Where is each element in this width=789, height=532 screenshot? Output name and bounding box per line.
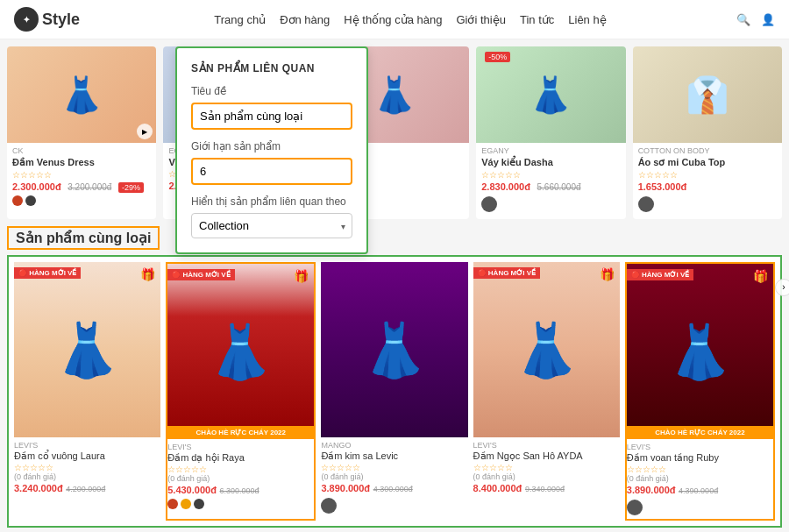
bottom-product-1-brand: LEVI'S bbox=[14, 441, 160, 450]
bottom-product-1-image: 👗 🔴 HÀNG MỚI VỀ 🎁 bbox=[14, 262, 160, 437]
bottom-product-5-original-price: 4.390.000đ bbox=[679, 486, 718, 495]
next-products-arrow[interactable]: › bbox=[775, 279, 789, 296]
bottom-product-1[interactable]: 👗 🔴 HÀNG MỚI VỀ 🎁 LEVI'S Đầm cổ vuông La… bbox=[14, 262, 160, 521]
top-product-5-stars: ☆☆☆☆☆ bbox=[638, 170, 777, 180]
related-products-popup: SẢN PHẨM LIÊN QUAN Tiêu đề Giới hạn sản … bbox=[175, 46, 368, 254]
top-product-5-name: Áo sơ mi Cuba Top bbox=[638, 157, 777, 168]
bottom-product-3-image: 👗 bbox=[321, 262, 467, 437]
bottom-product-5-sale-banner: CHÀO HÈ RỰC CHÁY 2022 bbox=[627, 426, 773, 439]
top-product-1-stars: ☆☆☆☆☆ bbox=[12, 170, 151, 180]
bottom-products-section: 👗 🔴 HÀNG MỚI VỀ 🎁 LEVI'S Đầm cổ vuông La… bbox=[7, 255, 782, 528]
bottom-product-2-colors bbox=[167, 499, 314, 509]
bottom-product-5-stars: ☆☆☆☆☆ bbox=[627, 465, 773, 474]
top-product-4-image: 👗 -50% bbox=[476, 46, 625, 143]
top-product-4-price: 2.830.000đ bbox=[481, 181, 530, 192]
bottom-product-4-figure: 👗 bbox=[473, 262, 620, 437]
bottom-product-1-price-row: 3.240.000đ 4.200.000đ bbox=[14, 481, 160, 494]
bottom-product-4[interactable]: 👗 🔴 HÀNG MỚI VỀ 🎁 LEVI'S Đầm Ngọc San Hô… bbox=[473, 262, 620, 521]
bottom-product-5-price: 3.890.000đ bbox=[627, 485, 676, 495]
main-content: 👗 ▶ CK Đầm Venus Dress ☆☆☆☆☆ 2.300.000đ … bbox=[0, 39, 789, 532]
search-icon[interactable]: 🔍 bbox=[736, 13, 750, 26]
top-product-4-discount-badge: -50% bbox=[485, 52, 510, 62]
popup-display-select[interactable]: Collection Category Tag bbox=[191, 213, 352, 238]
nav-home[interactable]: Trang chủ bbox=[214, 13, 266, 26]
bottom-product-3-price-row: 3.890.000đ 4.300.000đ bbox=[321, 481, 467, 494]
bottom-product-1-gift-icon: 🎁 bbox=[140, 267, 155, 281]
bottom-product-3-stars: ☆☆☆☆☆ bbox=[321, 463, 467, 472]
user-icon[interactable]: 👤 bbox=[761, 13, 775, 26]
bottom-product-5[interactable]: 👗 🔴 HÀNG MỚI VỀ 🎁 CHÀO HÈ RỰC CHÁY 2022 … bbox=[625, 262, 775, 521]
nav-contact[interactable]: Liên hệ bbox=[568, 13, 606, 26]
nav-orders[interactable]: Đơn hàng bbox=[280, 13, 330, 26]
bottom-product-2-price-row: 5.430.000đ 6.300.000đ bbox=[167, 483, 314, 496]
nav-news[interactable]: Tin tức bbox=[520, 13, 554, 26]
logo: ✦ Style bbox=[14, 7, 84, 32]
popup-title-label: Tiêu đề bbox=[191, 85, 352, 97]
top-product-5-image: 👔 bbox=[633, 46, 782, 143]
color-dot-orange-2 bbox=[181, 499, 191, 509]
bottom-product-3-lock-icon bbox=[321, 498, 337, 514]
bottom-product-5-lock-icon bbox=[627, 500, 643, 515]
top-product-1-brand: CK bbox=[12, 146, 151, 155]
bottom-product-3[interactable]: 👗 MANGO Đầm kim sa Levic ☆☆☆☆☆ (0 đánh g… bbox=[321, 262, 467, 521]
color-dot-red-2 bbox=[167, 499, 178, 509]
header: ✦ Style Trang chủ Đơn hàng Hệ thống cửa … bbox=[0, 0, 789, 39]
top-product-1-colors bbox=[12, 195, 151, 206]
bottom-product-1-figure: 👗 bbox=[14, 262, 160, 437]
bottom-product-1-stars: ☆☆☆☆☆ bbox=[14, 463, 160, 472]
bottom-product-2-original-price: 6.300.000đ bbox=[219, 486, 259, 495]
top-product-5-price-row: 1.653.000đ bbox=[638, 180, 777, 193]
top-product-5[interactable]: 👔 COTTON ON BODY Áo sơ mi Cuba Top ☆☆☆☆☆… bbox=[633, 46, 782, 219]
top-product-4-brand: EGANY bbox=[481, 146, 620, 155]
bottom-product-1-new-badge: 🔴 HÀNG MỚI VỀ bbox=[14, 267, 81, 279]
top-product-4[interactable]: 👗 -50% EGANY Váy kiểu Dasha ☆☆☆☆☆ 2.830.… bbox=[476, 46, 625, 219]
popup-limit-label: Giới hạn sản phẩm bbox=[191, 140, 352, 153]
top-product-1-discount: -29% bbox=[118, 182, 144, 193]
color-dot-red bbox=[12, 195, 23, 206]
bottom-product-5-gift-icon: 🎁 bbox=[753, 269, 768, 283]
top-product-1-figure: 👗 bbox=[7, 46, 156, 143]
bottom-product-3-original-price: 4.300.000đ bbox=[373, 485, 413, 493]
bottom-product-2-info: LEVI'S Đầm dạ hội Raya ☆☆☆☆☆ (0 đánh giá… bbox=[167, 439, 314, 509]
bottom-product-2-image: 👗 🔴 HÀNG MỚI VỀ 🎁 CHÀO HÈ RỰC CHÁY 2022 bbox=[167, 264, 314, 439]
bottom-product-4-price-row: 8.400.000đ 9.340.000đ bbox=[473, 481, 620, 494]
bottom-product-5-brand: LEVI'S bbox=[627, 443, 773, 451]
top-product-4-price-row: 2.830.000đ 5.660.000đ bbox=[481, 180, 620, 193]
bottom-product-3-figure: 👗 bbox=[321, 262, 467, 437]
bottom-product-3-price: 3.890.000đ bbox=[321, 483, 370, 493]
top-product-1[interactable]: 👗 ▶ CK Đầm Venus Dress ☆☆☆☆☆ 2.300.000đ … bbox=[7, 46, 156, 219]
bottom-product-1-reviews: (0 đánh giá) bbox=[14, 472, 160, 481]
top-product-5-brand: COTTON ON BODY bbox=[638, 146, 777, 155]
logo-icon: ✦ bbox=[14, 7, 39, 32]
bottom-product-4-original-price: 9.340.000đ bbox=[525, 485, 565, 493]
bottom-product-1-name: Đầm cổ vuông Laura bbox=[14, 450, 160, 462]
nav-about[interactable]: Giới thiệu bbox=[456, 13, 505, 26]
top-product-4-info: EGANY Váy kiểu Dasha ☆☆☆☆☆ 2.830.000đ 5.… bbox=[476, 143, 625, 219]
bottom-product-4-image: 👗 🔴 HÀNG MỚI VỀ 🎁 bbox=[473, 262, 620, 437]
popup-select-wrapper: Collection Category Tag ▾ bbox=[191, 213, 352, 238]
bottom-product-2[interactable]: 👗 🔴 HÀNG MỚI VỀ 🎁 CHÀO HÈ RỰC CHÁY 2022 … bbox=[166, 262, 316, 521]
color-dot-dark-2 bbox=[194, 499, 204, 509]
top-product-5-figure: 👔 bbox=[633, 46, 782, 143]
bottom-product-2-price: 5.430.000đ bbox=[167, 485, 217, 495]
top-product-1-original-price: 3.200.000đ bbox=[68, 182, 111, 192]
top-product-4-lock-icon bbox=[481, 196, 497, 212]
bottom-product-2-figure: 👗 bbox=[167, 264, 314, 439]
popup-title-input[interactable] bbox=[191, 103, 352, 130]
bottom-product-5-new-badge: 🔴 HÀNG MỚI VỀ bbox=[627, 269, 693, 280]
section-title: Sản phẩm cùng loại bbox=[7, 226, 160, 250]
color-dot-dark bbox=[25, 195, 36, 206]
top-product-1-price: 2.300.000đ bbox=[12, 181, 61, 192]
bottom-product-2-stars: ☆☆☆☆☆ bbox=[167, 465, 314, 474]
bottom-product-5-name: Đầm voan tầng Ruby bbox=[627, 452, 773, 464]
popup-limit-input[interactable] bbox=[191, 158, 352, 185]
section-title-wrapper: Sản phẩm cùng loại bbox=[7, 226, 782, 250]
bottom-product-4-info: LEVI'S Đầm Ngọc San Hô AYDA ☆☆☆☆☆ (0 đán… bbox=[473, 437, 620, 494]
top-product-5-price: 1.653.000đ bbox=[638, 181, 687, 192]
bottom-product-5-price-row: 3.890.000đ 4.390.000đ bbox=[627, 483, 773, 496]
bottom-product-3-info: MANGO Đầm kim sa Levic ☆☆☆☆☆ (0 đánh giá… bbox=[321, 437, 467, 514]
top-product-5-lock-icon bbox=[638, 196, 654, 212]
bottom-product-4-price: 8.400.000đ bbox=[473, 483, 522, 493]
main-nav: Trang chủ Đơn hàng Hệ thống cửa hàng Giớ… bbox=[95, 13, 726, 26]
nav-stores[interactable]: Hệ thống cửa hàng bbox=[344, 13, 442, 26]
